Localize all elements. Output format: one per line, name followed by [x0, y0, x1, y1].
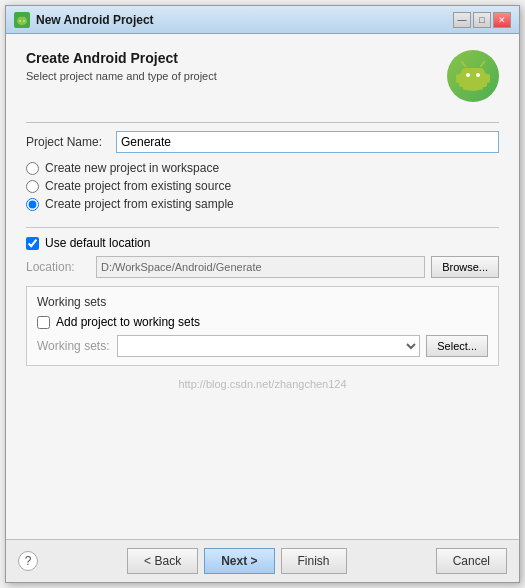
add-working-sets-label: Add project to working sets	[56, 315, 200, 329]
dialog-title: Create Android Project	[26, 50, 217, 66]
back-button[interactable]: < Back	[127, 548, 198, 574]
watermark-text: http://blog.csdn.net/zhangchen124	[26, 378, 499, 390]
location-label: Location:	[26, 260, 96, 274]
maximize-button[interactable]: □	[473, 12, 491, 28]
dialog-content: Create Android Project Select project na…	[6, 34, 519, 539]
svg-line-12	[481, 62, 484, 66]
radio-existing-sample[interactable]: Create project from existing sample	[26, 197, 499, 211]
working-sets-label: Working sets:	[37, 339, 117, 353]
default-location-label: Use default location	[45, 236, 150, 250]
svg-rect-16	[479, 82, 483, 90]
working-sets-select[interactable]	[117, 335, 420, 357]
title-bar: New Android Project — □ ✕	[6, 6, 519, 34]
window-controls: — □ ✕	[453, 12, 511, 28]
radio-existing-sample-label: Create project from existing sample	[45, 197, 234, 211]
svg-rect-13	[456, 74, 460, 83]
project-name-label: Project Name:	[26, 135, 116, 149]
header-divider	[26, 122, 499, 123]
default-location-checkbox[interactable]	[26, 237, 39, 250]
svg-point-2	[19, 16, 21, 19]
location-row: Location: Browse...	[26, 256, 499, 278]
close-button[interactable]: ✕	[493, 12, 511, 28]
working-sets-input-row: Working sets: Select...	[37, 335, 488, 357]
minimize-button[interactable]: —	[453, 12, 471, 28]
svg-point-3	[23, 16, 25, 19]
main-window: New Android Project — □ ✕ Create Android…	[5, 5, 520, 583]
next-button[interactable]: Next >	[204, 548, 274, 574]
default-location-row: Use default location	[26, 236, 499, 250]
svg-point-9	[466, 73, 470, 77]
svg-point-5	[23, 20, 24, 21]
header-text: Create Android Project Select project na…	[26, 50, 217, 82]
svg-rect-14	[486, 74, 490, 83]
radio-existing-source-input[interactable]	[26, 180, 39, 193]
svg-line-11	[462, 62, 465, 66]
dialog-subtitle: Select project name and type of project	[26, 70, 217, 82]
cancel-button[interactable]: Cancel	[436, 548, 507, 574]
window-icon	[14, 12, 30, 28]
help-button[interactable]: ?	[18, 551, 38, 571]
dialog-header: Create Android Project Select project na…	[26, 50, 499, 102]
browse-button[interactable]: Browse...	[431, 256, 499, 278]
add-working-sets-row: Add project to working sets	[37, 315, 488, 329]
bottom-bar: ? < Back Next > Finish Cancel	[6, 539, 519, 582]
location-input[interactable]	[96, 256, 425, 278]
android-logo	[447, 50, 499, 102]
radio-new-workspace-input[interactable]	[26, 162, 39, 175]
radio-existing-source-label: Create project from existing source	[45, 179, 231, 193]
window-title: New Android Project	[36, 13, 453, 27]
project-name-row: Project Name:	[26, 131, 499, 153]
svg-rect-15	[463, 82, 467, 90]
radio-existing-sample-input[interactable]	[26, 198, 39, 211]
project-name-input[interactable]	[116, 131, 499, 153]
radio-new-workspace-label: Create new project in workspace	[45, 161, 219, 175]
svg-point-4	[19, 20, 20, 21]
svg-rect-8	[461, 68, 485, 82]
working-sets-title: Working sets	[37, 295, 488, 309]
radio-existing-source[interactable]: Create project from existing source	[26, 179, 499, 193]
section-divider-1	[26, 227, 499, 228]
working-sets-section: Working sets Add project to working sets…	[26, 286, 499, 366]
project-type-group: Create new project in workspace Create p…	[26, 161, 499, 211]
svg-point-10	[476, 73, 480, 77]
finish-button[interactable]: Finish	[281, 548, 347, 574]
add-working-sets-checkbox[interactable]	[37, 316, 50, 329]
working-sets-select-button[interactable]: Select...	[426, 335, 488, 357]
radio-new-workspace[interactable]: Create new project in workspace	[26, 161, 499, 175]
navigation-buttons: < Back Next > Finish	[38, 548, 436, 574]
